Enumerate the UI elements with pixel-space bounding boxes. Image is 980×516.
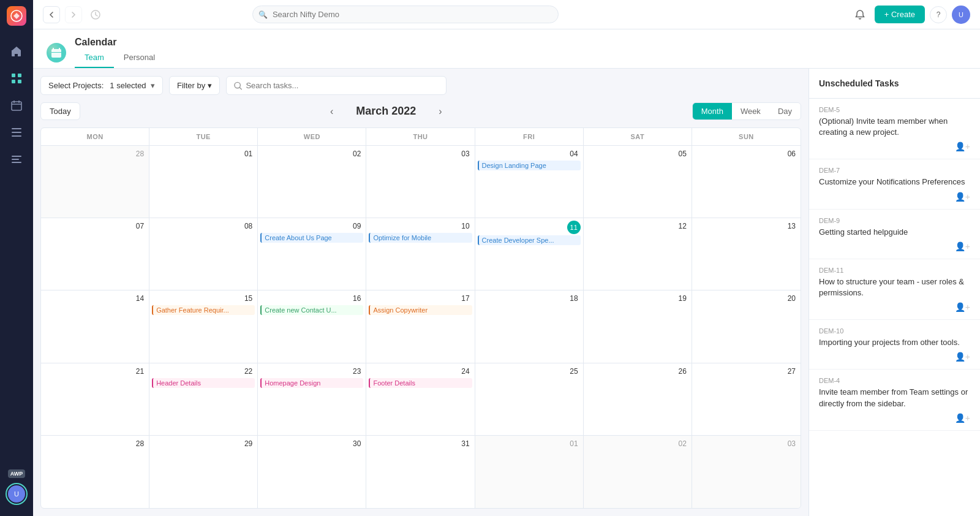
cell-mar-07[interactable]: 07 bbox=[41, 218, 149, 290]
filter-label: Filter by bbox=[177, 81, 205, 90]
event-gather-feature[interactable]: Gather Feature Requir... bbox=[152, 305, 255, 315]
chevron-down-icon: ▾ bbox=[151, 81, 155, 90]
month-view-btn[interactable]: Month bbox=[693, 103, 732, 120]
cell-mar-19[interactable]: 19 bbox=[584, 290, 692, 362]
cell-mar-13[interactable]: 13 bbox=[692, 218, 801, 290]
next-month-btn[interactable]: › bbox=[436, 104, 444, 120]
week-5: 28 29 30 31 01 02 03 bbox=[41, 436, 801, 508]
event-homepage-design[interactable]: Homepage Design bbox=[260, 378, 363, 388]
nav-back-btn[interactable] bbox=[43, 6, 60, 23]
event-optimize-mobile[interactable]: Optimize for Mobile bbox=[369, 233, 472, 243]
cell-mar-17[interactable]: 17 Assign Copywriter bbox=[366, 290, 475, 362]
project-select[interactable]: Select Projects: 1 selected ▾ bbox=[40, 76, 163, 95]
sidebar-calendar-icon[interactable] bbox=[6, 94, 28, 116]
cell-mar-15[interactable]: 15 Gather Feature Requir... bbox=[149, 290, 258, 362]
cell-mar-18[interactable]: 18 bbox=[475, 290, 584, 362]
task-id-dem5: DEM-5 bbox=[819, 106, 970, 113]
assign-btn-dem5[interactable]: 👤+ bbox=[955, 142, 970, 151]
task-id-dem10: DEM-10 bbox=[819, 327, 970, 335]
tab-team[interactable]: Team bbox=[75, 48, 114, 68]
svg-rect-1 bbox=[12, 74, 15, 77]
task-name-dem11: How to structure your team - user roles … bbox=[819, 276, 970, 298]
cell-mar-29[interactable]: 29 bbox=[149, 436, 258, 508]
event-header-details[interactable]: Header Details bbox=[152, 378, 255, 388]
filter-button[interactable]: Filter by ▾ bbox=[169, 76, 220, 95]
cell-mar-21[interactable]: 21 bbox=[41, 363, 149, 435]
svg-rect-8 bbox=[12, 135, 21, 137]
cell-mar-02[interactable]: 02 bbox=[258, 146, 366, 218]
help-btn[interactable]: ? bbox=[930, 6, 947, 23]
week-2: 07 08 09 Create About Us Page 10 Optimiz… bbox=[41, 218, 801, 290]
sidebar-list-icon[interactable] bbox=[6, 121, 28, 143]
create-button[interactable]: + Create bbox=[875, 6, 925, 23]
task-name-dem9: Getting started helpguide bbox=[819, 227, 970, 238]
topbar-actions: + Create ? U bbox=[850, 5, 970, 25]
notification-btn[interactable] bbox=[850, 5, 870, 25]
cell-apr-03[interactable]: 03 bbox=[692, 436, 801, 508]
cell-mar-20[interactable]: 20 bbox=[692, 290, 801, 362]
event-about-us[interactable]: Create About Us Page bbox=[260, 233, 363, 243]
week-view-btn[interactable]: Week bbox=[732, 103, 769, 120]
svg-rect-11 bbox=[12, 162, 21, 163]
event-contact-us[interactable]: Create new Contact U... bbox=[260, 305, 363, 315]
prev-month-btn[interactable]: ‹ bbox=[328, 104, 336, 120]
assign-btn-dem7[interactable]: 👤+ bbox=[955, 192, 970, 202]
sidebar-menu-icon[interactable] bbox=[6, 148, 28, 170]
task-card-dem4: DEM-4 Invite team member from Team setti… bbox=[809, 370, 980, 430]
calendar-header: MON TUE WED THU FRI SAT SUN bbox=[41, 128, 801, 146]
cell-mar-28[interactable]: 28 bbox=[41, 436, 149, 508]
cell-mar-06[interactable]: 06 bbox=[692, 146, 801, 218]
col-sat: SAT bbox=[584, 128, 692, 145]
cell-apr-01[interactable]: 01 bbox=[475, 436, 584, 508]
nav-forward-btn[interactable] bbox=[65, 6, 82, 23]
cell-mar-04[interactable]: 04 Design Landing Page bbox=[475, 146, 584, 218]
awp-badge[interactable]: AWP bbox=[8, 469, 26, 478]
cell-mar-22[interactable]: 22 Header Details bbox=[149, 363, 258, 435]
assign-btn-dem10[interactable]: 👤+ bbox=[955, 352, 970, 362]
svg-rect-2 bbox=[18, 74, 21, 77]
cell-mar-14[interactable]: 14 bbox=[41, 290, 149, 362]
cell-mar-03[interactable]: 03 bbox=[366, 146, 475, 218]
assign-btn-dem11[interactable]: 👤+ bbox=[955, 302, 970, 312]
tab-personal[interactable]: Personal bbox=[114, 48, 165, 68]
cell-mar-30[interactable]: 30 bbox=[258, 436, 366, 508]
history-btn[interactable] bbox=[87, 6, 104, 23]
cell-apr-02[interactable]: 02 bbox=[584, 436, 692, 508]
filters-row: Select Projects: 1 selected ▾ Filter by … bbox=[40, 76, 801, 95]
assign-btn-dem9[interactable]: 👤+ bbox=[955, 241, 970, 251]
cell-mar-10[interactable]: 10 Optimize for Mobile bbox=[366, 218, 475, 290]
sidebar-home-icon[interactable] bbox=[6, 40, 28, 63]
cell-mar-23[interactable]: 23 Homepage Design bbox=[258, 363, 366, 435]
cell-mar-11[interactable]: 11 Create Developer Spe... bbox=[475, 218, 584, 290]
cell-mar-08[interactable]: 08 bbox=[149, 218, 258, 290]
today-button[interactable]: Today bbox=[40, 102, 80, 120]
cell-mar-25[interactable]: 25 bbox=[475, 363, 584, 435]
cell-mar-05[interactable]: 05 bbox=[584, 146, 692, 218]
cell-mar-26[interactable]: 26 bbox=[584, 363, 692, 435]
event-developer-spec[interactable]: Create Developer Spe... bbox=[478, 235, 581, 245]
event-assign-copywriter[interactable]: Assign Copywriter bbox=[369, 305, 472, 315]
event-design-landing[interactable]: Design Landing Page bbox=[478, 161, 581, 170]
day-view-btn[interactable]: Day bbox=[769, 103, 801, 120]
topbar: 🔍 + Create ? U bbox=[33, 0, 980, 29]
task-card-dem5: DEM-5 (Optional) Invite team member when… bbox=[809, 99, 980, 159]
task-id-dem4: DEM-4 bbox=[819, 377, 970, 384]
cell-mar-01[interactable]: 01 bbox=[149, 146, 258, 218]
cell-mar-16[interactable]: 16 Create new Contact U... bbox=[258, 290, 366, 362]
cell-mar-24[interactable]: 24 Footer Details bbox=[366, 363, 475, 435]
assign-btn-dem4[interactable]: 👤+ bbox=[955, 413, 970, 423]
cell-mar-09[interactable]: 09 Create About Us Page bbox=[258, 218, 366, 290]
app-logo[interactable] bbox=[7, 6, 26, 26]
week-4: 21 22 Header Details 23 Homepage Design … bbox=[41, 363, 801, 436]
search-input[interactable] bbox=[252, 6, 559, 23]
user-avatar-topbar[interactable]: U bbox=[952, 6, 970, 24]
cell-mar-27[interactable]: 27 bbox=[692, 363, 801, 435]
user-avatar-sidebar[interactable]: U bbox=[6, 483, 28, 505]
cell-mar-31[interactable]: 31 bbox=[366, 436, 475, 508]
cell-feb-28[interactable]: 28 bbox=[41, 146, 149, 218]
sidebar-dashboard-icon[interactable] bbox=[6, 67, 28, 89]
search-tasks-input[interactable] bbox=[246, 81, 439, 90]
cell-mar-12[interactable]: 12 bbox=[584, 218, 692, 290]
calendar-grid: MON TUE WED THU FRI SAT SUN 28 01 02 03 bbox=[40, 127, 801, 509]
event-footer-details[interactable]: Footer Details bbox=[369, 378, 472, 388]
